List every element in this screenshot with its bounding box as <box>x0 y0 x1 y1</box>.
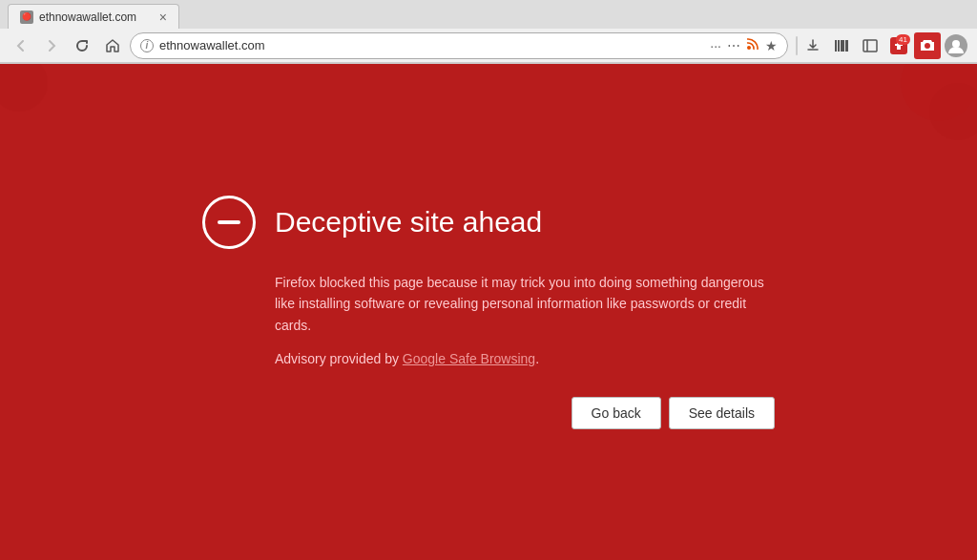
block-icon-bar <box>218 220 240 224</box>
svg-rect-4 <box>845 40 848 52</box>
svg-point-11 <box>0 64 48 112</box>
error-container: Deceptive site ahead Firefox blocked thi… <box>164 157 813 467</box>
more-actions-button[interactable]: ··· <box>710 38 721 53</box>
advisory-suffix: . <box>535 351 539 366</box>
error-actions: Go back See details <box>275 397 775 429</box>
tab-bar: 🔴 ethnowawallet.com × <box>0 0 977 29</box>
library-button[interactable] <box>828 32 855 59</box>
tab-favicon: 🔴 <box>20 10 33 24</box>
extensions-badge: 41 <box>896 34 910 45</box>
separator <box>796 36 798 55</box>
error-title: Deceptive site ahead <box>275 206 542 239</box>
google-safe-browsing-link[interactable]: Google Safe Browsing <box>403 351 535 366</box>
address-bar-actions: ··· ⋯ ★ <box>710 37 778 54</box>
nav-bar: i ··· ⋯ ★ <box>0 29 977 63</box>
svg-point-8 <box>952 40 960 48</box>
bookmark-button[interactable]: ★ <box>765 38 778 53</box>
url-input[interactable] <box>159 38 704 52</box>
reload-button[interactable] <box>69 32 95 59</box>
security-info-icon[interactable]: i <box>140 39 154 52</box>
back-button[interactable] <box>8 32 34 59</box>
svg-point-0 <box>747 46 751 50</box>
tab-title: ethnowawallet.com <box>39 10 136 24</box>
svg-rect-3 <box>841 40 844 52</box>
bg-decoration-right <box>863 64 977 140</box>
downloads-button[interactable] <box>800 32 826 59</box>
see-details-button[interactable]: See details <box>669 397 775 429</box>
error-header: Deceptive site ahead <box>202 196 775 249</box>
screenshot-button[interactable] <box>914 32 941 59</box>
home-button[interactable] <box>99 32 126 59</box>
bg-decoration-left <box>0 64 76 121</box>
browser-chrome: 🔴 ethnowawallet.com × i ··· ⋯ <box>0 0 977 64</box>
page-content: Deceptive site ahead Firefox blocked thi… <box>0 64 977 560</box>
toolbar-right: 41 <box>792 32 969 59</box>
error-body: Firefox blocked this page because it may… <box>202 272 775 429</box>
go-back-button[interactable]: Go back <box>572 397 661 429</box>
advisory-text: Advisory provided by Google Safe Browsin… <box>275 351 775 366</box>
address-bar[interactable]: i ··· ⋯ ★ <box>130 32 788 59</box>
profile-button[interactable] <box>943 32 969 59</box>
svg-rect-1 <box>835 40 837 52</box>
error-description: Firefox blocked this page because it may… <box>275 272 775 336</box>
advisory-prefix: Advisory provided by <box>275 351 403 366</box>
svg-rect-2 <box>838 40 840 52</box>
active-tab[interactable]: 🔴 ethnowawallet.com × <box>8 4 179 29</box>
rss-icon <box>746 37 759 54</box>
deceptive-site-icon <box>202 196 256 249</box>
sidebar-button[interactable] <box>857 32 883 59</box>
forward-button[interactable] <box>38 32 65 59</box>
tab-close-button[interactable]: × <box>159 10 167 25</box>
svg-rect-5 <box>863 40 877 52</box>
extensions-button[interactable]: 41 <box>885 32 912 59</box>
pocket-button[interactable]: ⋯ <box>727 38 740 53</box>
